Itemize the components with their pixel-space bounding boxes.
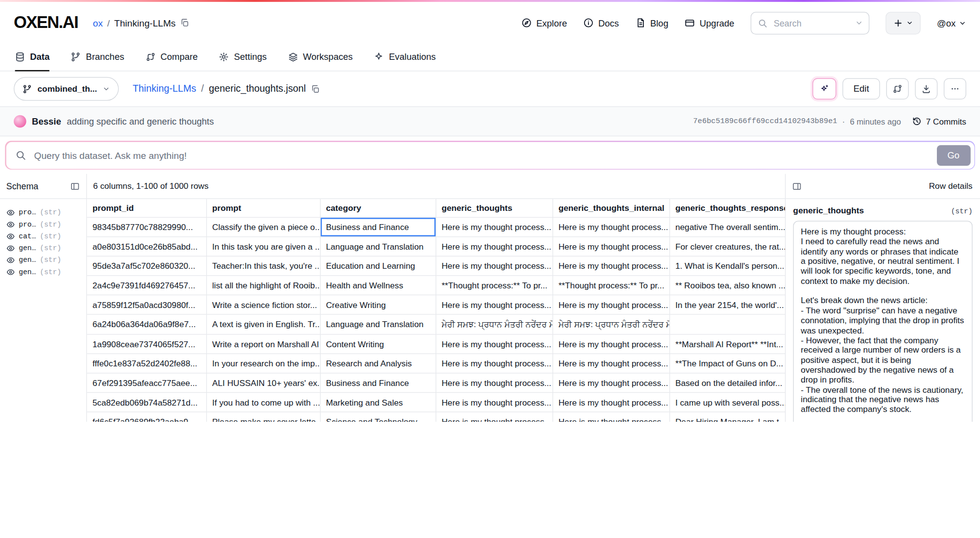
table-cell[interactable]: Here is my thought process... bbox=[436, 256, 553, 276]
table-cell[interactable]: Here is my thought process... bbox=[436, 354, 553, 373]
column-header-generic_thoughts_response[interactable]: generic_thoughts_response bbox=[669, 199, 785, 218]
table-cell[interactable]: ਮੇਰੀ ਸਮਝ: ਪ੍ਰਧਾਨ ਮੰਤਰੀ ਨਰੇਂਦਰ ਮੋਦੀ ਨੇ... bbox=[553, 314, 670, 334]
table-cell[interactable]: negative The overall sentim... bbox=[669, 217, 785, 237]
schema-field-5[interactable]: gen…(str) bbox=[0, 266, 86, 278]
table-cell[interactable]: I came up with several poss... bbox=[669, 392, 785, 412]
path-repo-link[interactable]: Thinking-LLMs bbox=[133, 83, 196, 95]
eye-icon[interactable] bbox=[6, 244, 15, 253]
table-cell[interactable]: Content Writing bbox=[320, 334, 436, 354]
table-cell[interactable]: fffe0c1e837a52d2402fe88... bbox=[87, 354, 206, 373]
column-header-category[interactable]: category bbox=[320, 199, 436, 218]
table-cell[interactable]: 67ef291395afeacc775aee... bbox=[87, 373, 206, 393]
table-cell[interactable]: Here is my thought process... bbox=[436, 392, 553, 412]
compare-file-button[interactable] bbox=[886, 78, 909, 99]
table-cell[interactable]: Here is my thought process... bbox=[436, 295, 553, 314]
table-cell[interactable]: Here is my thought process... bbox=[436, 334, 553, 354]
table-cell[interactable]: a75859f12f5a0acd30980f... bbox=[87, 295, 206, 314]
table-cell[interactable]: In this task you are given a ... bbox=[206, 237, 320, 256]
table-cell[interactable]: For clever creatures, the rat... bbox=[669, 237, 785, 256]
eye-icon[interactable] bbox=[6, 256, 15, 264]
table-cell[interactable]: fd6c5f7a92689fb22aeba9... bbox=[87, 412, 206, 422]
table-cell-selected[interactable]: Business and Finance bbox=[320, 217, 436, 237]
edit-button[interactable]: Edit bbox=[842, 78, 880, 99]
tab-branches[interactable]: Branches bbox=[71, 44, 124, 71]
tab-evaluations[interactable]: Evaluations bbox=[374, 44, 436, 71]
table-cell[interactable]: Marketing and Sales bbox=[320, 392, 436, 412]
table-cell[interactable]: Teacher:In this task, you're ... bbox=[206, 256, 320, 276]
table-cell[interactable]: Dear Hiring Manager, I am t... bbox=[669, 412, 785, 422]
branch-selector[interactable]: combined_th... bbox=[14, 77, 119, 101]
nav-docs[interactable]: Docs bbox=[583, 18, 619, 28]
table-cell[interactable]: Write a report on Marshall AI bbox=[206, 334, 320, 354]
eye-icon[interactable] bbox=[6, 232, 15, 241]
table-cell[interactable]: **Marshall AI Report** **Int... bbox=[669, 334, 785, 354]
download-button[interactable] bbox=[915, 78, 937, 99]
table-cell[interactable]: Here is my thought process... bbox=[553, 354, 670, 373]
table-cell[interactable]: Here is my thought process... bbox=[436, 373, 553, 393]
table-scroll-area[interactable]: prompt_idpromptcategorygeneric_thoughtsg… bbox=[87, 199, 785, 422]
collapse-panel-right-icon[interactable] bbox=[792, 181, 802, 191]
table-cell[interactable]: Research and Analysis bbox=[320, 354, 436, 373]
nav-upgrade[interactable]: Upgrade bbox=[685, 18, 735, 28]
table-cell[interactable]: 6a24b06a364da06a9f8e7... bbox=[87, 314, 206, 334]
table-cell[interactable]: ** Rooibos tea, also known ... bbox=[669, 276, 785, 295]
table-cell[interactable]: Here is my thought process... bbox=[553, 256, 670, 276]
breadcrumb-org-link[interactable]: ox bbox=[93, 18, 103, 28]
table-cell[interactable]: Here is my thought process... bbox=[553, 334, 670, 354]
column-header-prompt_id[interactable]: prompt_id bbox=[87, 199, 206, 218]
schema-field-2[interactable]: cat…(str) bbox=[0, 230, 86, 242]
table-cell[interactable]: Here is my thought process... bbox=[553, 217, 670, 237]
table-cell[interactable]: Classify the given a piece o... bbox=[206, 217, 320, 237]
column-header-prompt[interactable]: prompt bbox=[206, 199, 320, 218]
schema-field-4[interactable]: gen…(str) bbox=[0, 254, 86, 266]
table-cell[interactable]: Science and Technology bbox=[320, 412, 436, 422]
table-cell[interactable]: A text is given in English. Tr... bbox=[206, 314, 320, 334]
table-cell[interactable]: **Thought process:** To pr... bbox=[436, 276, 553, 295]
schema-field-0[interactable]: pro…(str) bbox=[0, 206, 86, 218]
table-cell[interactable]: Here is my thought process... bbox=[553, 392, 670, 412]
table-cell[interactable]: Here is my thought process... bbox=[436, 237, 553, 256]
table-cell[interactable]: Based on the detailed infor... bbox=[669, 373, 785, 393]
eye-icon[interactable] bbox=[6, 267, 15, 276]
table-cell[interactable]: Health and Wellness bbox=[320, 276, 436, 295]
schema-field-3[interactable]: gen…(str) bbox=[0, 242, 86, 254]
collapse-panel-left-icon[interactable] bbox=[70, 181, 80, 191]
tab-workspaces[interactable]: Workspaces bbox=[288, 44, 353, 71]
table-cell[interactable]: 98345b87770c78829990... bbox=[87, 217, 206, 237]
table-cell[interactable]: 95de3a7af5c702e860320... bbox=[87, 256, 206, 276]
table-cell[interactable]: Here is my thought process... bbox=[436, 412, 553, 422]
column-header-generic_thoughts[interactable]: generic_thoughts bbox=[436, 199, 553, 218]
avatar[interactable] bbox=[14, 115, 26, 128]
table-cell[interactable]: In your research on the imp... bbox=[206, 354, 320, 373]
table-cell[interactable]: 2a4c9e7391fd469276457... bbox=[87, 276, 206, 295]
nav-explore[interactable]: Explore bbox=[521, 18, 567, 28]
table-cell[interactable]: Language and Translation bbox=[320, 237, 436, 256]
table-cell[interactable]: Education and Learning bbox=[320, 256, 436, 276]
query-input[interactable] bbox=[33, 149, 930, 161]
table-cell[interactable]: Here is my thought process... bbox=[553, 373, 670, 393]
table-cell[interactable]: Write a science fiction stor... bbox=[206, 295, 320, 314]
table-cell[interactable]: Business and Finance bbox=[320, 373, 436, 393]
go-button[interactable]: Go bbox=[936, 145, 970, 165]
table-cell[interactable]: Creative Writing bbox=[320, 295, 436, 314]
table-cell[interactable] bbox=[669, 314, 785, 334]
table-cell[interactable]: **Thought process:** To pr... bbox=[553, 276, 670, 295]
eye-icon[interactable] bbox=[6, 208, 15, 217]
table-cell[interactable]: 1a9908ceae7374065f527... bbox=[87, 334, 206, 354]
table-cell[interactable]: Here is my thought process... bbox=[553, 412, 670, 422]
create-new-button[interactable] bbox=[885, 12, 920, 34]
table-cell[interactable]: ਮੇਰੀ ਸਮਝ: ਪ੍ਰਧਾਨ ਮੰਤਰੀ ਨਰੇਂਦਰ ਮੋਦੀ ਨੇ... bbox=[436, 314, 553, 334]
tab-data[interactable]: Data bbox=[15, 44, 50, 71]
nav-blog[interactable]: Blog bbox=[635, 18, 668, 28]
field-value-box[interactable]: Here is my thought process: I need to ca… bbox=[793, 221, 973, 422]
ai-query-toggle-button[interactable] bbox=[812, 78, 836, 99]
table-cell[interactable]: ALI HUSSAIN 10+ years' ex... bbox=[206, 373, 320, 393]
schema-field-1[interactable]: pro…(str) bbox=[0, 218, 86, 230]
table-cell[interactable]: **The Impact of Guns on D... bbox=[669, 354, 785, 373]
user-menu[interactable]: @ox bbox=[937, 18, 966, 27]
table-cell[interactable]: a0e803151d0ce26b85abd... bbox=[87, 237, 206, 256]
more-options-button[interactable] bbox=[944, 78, 966, 99]
breadcrumb-repo[interactable]: Thinking-LLMs bbox=[114, 18, 175, 28]
table-cell[interactable]: In the year 2154, the world'... bbox=[669, 295, 785, 314]
table-cell[interactable]: Here is my thought process... bbox=[553, 237, 670, 256]
